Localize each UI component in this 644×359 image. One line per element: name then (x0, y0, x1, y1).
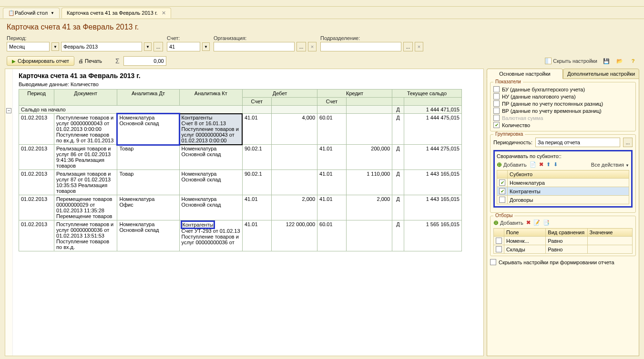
otbor-checkbox[interactable] (496, 246, 502, 252)
indicator-checkbox[interactable] (493, 86, 500, 92)
grouping-fieldset: Группировка Периодичность: ... Сворачива… (490, 134, 636, 213)
delete-icon[interactable]: ✖ (526, 219, 531, 226)
subkonto-checkbox[interactable] (499, 180, 505, 186)
page-title: Карточка счета 41 за Февраль 2013 г. (0, 19, 644, 33)
desktop-icon: 📋 (8, 10, 15, 16)
col-period: Период (19, 90, 54, 106)
subkonto-row[interactable]: Договоры (497, 196, 629, 204)
action-bar: ▶ Сформировать отчет 🖨 Печать Σ Скрыть н… (0, 53, 644, 69)
indicator-checkbox[interactable] (493, 122, 500, 128)
indicator-checkbox[interactable] (493, 108, 500, 114)
col-debit: Дебет (242, 90, 317, 98)
subkonto-checkbox[interactable] (499, 197, 505, 203)
dropdown-icon[interactable]: ▼ (202, 42, 210, 51)
org-picker-button[interactable]: ... (296, 42, 306, 51)
plus-icon: ⊕ (493, 219, 499, 226)
report-pane: − Карточка счета 41 за Февраль 2013 г. В… (5, 69, 484, 356)
delete-icon[interactable]: ✖ (539, 161, 543, 168)
hide-on-form-label: Скрывать настройки при формировании отче… (499, 259, 614, 265)
period-label: Период: (7, 35, 163, 41)
subkonto-row[interactable]: Номенклатура (497, 179, 629, 187)
panel-toggle-icon (545, 58, 552, 64)
table-row[interactable]: 01.02.2013Поступление товаров и услуг 00… (19, 114, 462, 145)
account-label: Счет: (167, 35, 210, 41)
form-report-button[interactable]: ▶ Сформировать отчет (7, 56, 74, 66)
save-settings-icon[interactable]: 💾 (602, 57, 611, 65)
indicator-label: ПР (данные по учету постоянных разниц) (502, 101, 603, 107)
tab-card[interactable]: Карточка счета 41 за Февраль 2013 г. ✕ (61, 8, 171, 18)
periodicity-picker[interactable]: ... (623, 138, 633, 147)
indicator-checkbox[interactable] (493, 93, 500, 100)
indicators-fieldset: Показатели БУ (данные бухгалтерского уче… (490, 82, 636, 131)
indicator-label: БУ (данные бухгалтерского учета) (502, 87, 585, 92)
indicator-label: НУ (данные налогового учета) (502, 94, 576, 100)
division-input[interactable] (320, 42, 401, 51)
subkonto-panel: Сворачивать по субконто:: ⊕Добавить 📄 ✖ … (493, 150, 633, 208)
col-document: Документ (54, 90, 117, 106)
indicator-label: ВР (данные по учету временных разниц) (502, 108, 602, 114)
period-picker-button[interactable]: ... (153, 42, 163, 51)
report-title: Карточка счета 41 за Февраль 2013 г. (19, 72, 480, 80)
move-down-icon[interactable]: ⬇ (553, 161, 558, 168)
col-balance: Текущее сальдо (392, 90, 462, 98)
tab-desktop[interactable]: 📋 Рабочий стол ▼ (3, 8, 60, 18)
org-clear-button[interactable]: × (308, 42, 317, 51)
tab-main-settings[interactable]: Основные настройки (487, 69, 563, 79)
otbor-row[interactable]: Номенк...Равно (494, 237, 633, 245)
add-subkonto-button[interactable]: ⊕Добавить (497, 161, 527, 168)
table-row[interactable]: 01.02.2013Поступление товаров и услуг 00… (19, 220, 462, 251)
col-analytics-dt: Аналитика Дт (117, 90, 179, 106)
collapse-label: Сворачивать по субконто:: (497, 153, 629, 159)
add-otbor-button[interactable]: ⊕Добавить (493, 219, 523, 226)
dropdown-icon[interactable]: ▼ (51, 42, 59, 51)
subkonto-table: Субконто НоменклатураКонтрагентыДоговоры (497, 170, 629, 204)
table-row[interactable]: 01.02.2013Перемещение товаров 0000000002… (19, 195, 462, 220)
copy-icon[interactable]: 📑 (543, 219, 550, 226)
table-row[interactable]: 01.02.2013Реализация товаров и услуг 86 … (19, 145, 462, 170)
close-icon[interactable]: ✕ (162, 10, 166, 16)
dropdown-icon[interactable]: ▼ (144, 42, 152, 51)
sum-field[interactable] (123, 56, 166, 66)
indicator-label: Валютная сумма (502, 115, 543, 121)
division-picker-button[interactable]: ... (403, 42, 413, 51)
subkonto-checkbox[interactable] (499, 188, 505, 194)
period-value-select[interactable]: Февраль 2013 (61, 42, 142, 51)
edit-icon[interactable]: 📝 (533, 219, 540, 226)
subkonto-row[interactable]: Контрагенты (497, 187, 629, 196)
account-input[interactable] (167, 42, 200, 51)
period-type-select[interactable]: Месяц (7, 42, 50, 51)
play-icon: ▶ (12, 59, 16, 64)
tab-extra-settings[interactable]: Дополнительные настройки (563, 69, 639, 79)
periodicity-select[interactable] (535, 138, 620, 147)
printer-icon: 🖨 (78, 58, 83, 64)
load-settings-icon[interactable]: 📂 (615, 57, 624, 65)
tabs-bar: 📋 Рабочий стол ▼ Карточка счета 41 за Фе… (0, 7, 644, 19)
otbor-table: Поле Вид сравнения Значение Номенк...Рав… (493, 228, 633, 254)
print-button[interactable]: 🖨 Печать (78, 58, 102, 64)
report-subtitle: Выводимые данные: Количество (19, 81, 480, 87)
table-row[interactable]: 01.02.2013Реализация товаров и услуг 87 … (19, 170, 462, 195)
collapse-toggle[interactable]: − (6, 108, 11, 113)
otbor-checkbox[interactable] (496, 238, 502, 244)
app-toolbar (0, 0, 644, 7)
division-label: Подразделение: (320, 35, 423, 41)
filters-row: Период: Месяц ▼ Февраль 2013 ▼ ... Счет:… (0, 33, 644, 53)
all-actions-menu[interactable]: Все действия ▼ (591, 162, 629, 168)
move-up-icon[interactable]: ⬆ (546, 161, 551, 168)
otbor-fieldset: Отборы ⊕Добавить ✖ 📝 📑 Поле Вид сравнени… (490, 216, 636, 256)
col-credit: Кредит (317, 90, 392, 98)
chevron-down-icon[interactable]: ▼ (51, 11, 54, 15)
periodicity-label: Периодичность: (493, 140, 532, 145)
hide-on-form-checkbox[interactable] (490, 259, 496, 265)
hide-settings-button[interactable]: Скрыть настройки (545, 58, 597, 64)
tab-label: Рабочий стол (15, 10, 48, 16)
indicator-checkbox[interactable] (493, 100, 500, 107)
division-clear-button[interactable]: × (415, 42, 423, 51)
otbor-row[interactable]: СкладыРавно (494, 245, 633, 254)
sigma-icon: Σ (115, 57, 120, 65)
copy-icon[interactable]: 📄 (530, 161, 536, 168)
indicator-checkbox[interactable] (493, 115, 500, 121)
help-icon[interactable]: ? (629, 57, 637, 65)
org-input[interactable] (214, 42, 295, 51)
plus-icon: ⊕ (497, 161, 502, 168)
